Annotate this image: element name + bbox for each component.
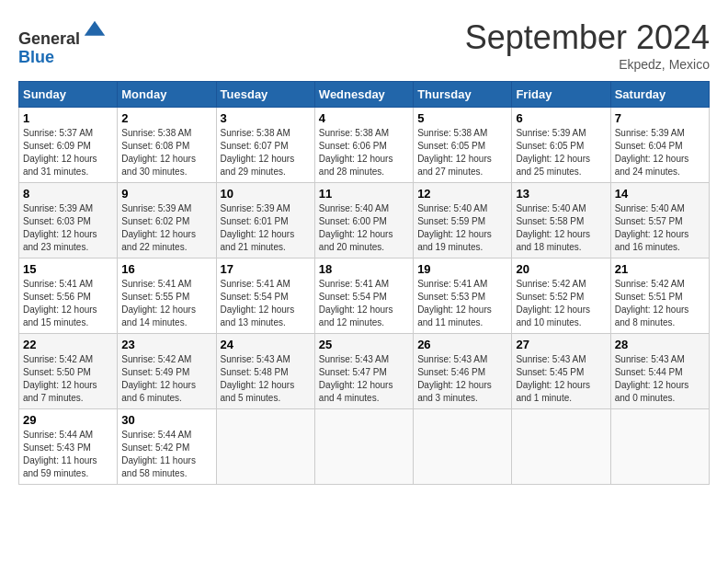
header-wednesday: Wednesday — [314, 82, 413, 108]
calendar-cell: 17Sunrise: 5:41 AMSunset: 5:54 PMDayligh… — [216, 259, 314, 334]
day-info: Sunrise: 5:39 AMSunset: 6:05 PMDaylight:… — [516, 128, 590, 177]
day-info: Sunrise: 5:44 AMSunset: 5:43 PMDaylight:… — [23, 430, 97, 478]
calendar-cell: 26Sunrise: 5:43 AMSunset: 5:46 PMDayligh… — [414, 334, 512, 409]
day-number: 7 — [615, 111, 705, 125]
day-number: 26 — [417, 338, 507, 351]
calendar-cell: 25Sunrise: 5:43 AMSunset: 5:47 PMDayligh… — [314, 334, 413, 409]
calendar-cell: 28Sunrise: 5:43 AMSunset: 5:44 PMDayligh… — [610, 334, 709, 409]
day-info: Sunrise: 5:40 AMSunset: 5:58 PMDaylight:… — [516, 203, 590, 252]
calendar-cell — [414, 409, 512, 485]
day-number: 17 — [221, 262, 311, 276]
calendar-cell: 24Sunrise: 5:43 AMSunset: 5:48 PMDayligh… — [216, 334, 314, 409]
day-number: 20 — [516, 262, 606, 276]
day-number: 27 — [516, 338, 606, 351]
calendar-cell: 3Sunrise: 5:38 AMSunset: 6:07 PMDaylight… — [216, 108, 314, 183]
header-saturday: Saturday — [610, 82, 709, 108]
day-info: Sunrise: 5:43 AMSunset: 5:47 PMDaylight:… — [319, 354, 393, 403]
calendar-cell: 14Sunrise: 5:40 AMSunset: 5:57 PMDayligh… — [610, 183, 709, 259]
day-info: Sunrise: 5:43 AMSunset: 5:46 PMDaylight:… — [417, 354, 492, 403]
calendar-table: SundayMondayTuesdayWednesdayThursdayFrid… — [18, 81, 710, 485]
calendar-cell: 18Sunrise: 5:41 AMSunset: 5:54 PMDayligh… — [314, 259, 413, 334]
calendar-cell: 10Sunrise: 5:39 AMSunset: 6:01 PMDayligh… — [216, 183, 314, 259]
month-title: September 2024 — [465, 18, 710, 57]
day-info: Sunrise: 5:41 AMSunset: 5:56 PMDaylight:… — [23, 279, 97, 327]
day-number: 4 — [319, 111, 409, 125]
calendar-week-row: 22Sunrise: 5:42 AMSunset: 5:50 PMDayligh… — [19, 334, 710, 409]
day-info: Sunrise: 5:39 AMSunset: 6:04 PMDaylight:… — [615, 128, 689, 177]
day-info: Sunrise: 5:41 AMSunset: 5:55 PMDaylight:… — [121, 279, 196, 327]
day-number: 9 — [121, 187, 211, 201]
day-info: Sunrise: 5:44 AMSunset: 5:42 PMDaylight:… — [121, 430, 196, 478]
calendar-cell: 27Sunrise: 5:43 AMSunset: 5:45 PMDayligh… — [512, 334, 610, 409]
day-number: 10 — [221, 187, 311, 201]
day-info: Sunrise: 5:38 AMSunset: 6:06 PMDaylight:… — [319, 128, 393, 177]
day-number: 8 — [23, 187, 113, 201]
day-number: 6 — [516, 111, 606, 125]
logo-icon — [82, 18, 108, 44]
day-number: 22 — [23, 338, 113, 351]
day-number: 16 — [121, 262, 211, 276]
calendar-cell: 30Sunrise: 5:44 AMSunset: 5:42 PMDayligh… — [118, 409, 216, 485]
day-info: Sunrise: 5:39 AMSunset: 6:03 PMDaylight:… — [23, 203, 97, 252]
day-number: 25 — [319, 338, 409, 351]
header-sunday: Sunday — [19, 82, 118, 108]
day-info: Sunrise: 5:42 AMSunset: 5:52 PMDaylight:… — [516, 279, 590, 327]
calendar-cell: 12Sunrise: 5:40 AMSunset: 5:59 PMDayligh… — [414, 183, 512, 259]
day-info: Sunrise: 5:41 AMSunset: 5:53 PMDaylight:… — [417, 279, 492, 327]
calendar-week-row: 8Sunrise: 5:39 AMSunset: 6:03 PMDaylight… — [19, 183, 710, 259]
calendar-cell — [610, 409, 709, 485]
calendar-cell — [512, 409, 610, 485]
header-monday: Monday — [118, 82, 216, 108]
location: Ekpedz, Mexico — [465, 57, 710, 72]
day-info: Sunrise: 5:40 AMSunset: 5:57 PMDaylight:… — [615, 203, 689, 252]
calendar-cell: 16Sunrise: 5:41 AMSunset: 5:55 PMDayligh… — [118, 259, 216, 334]
day-info: Sunrise: 5:43 AMSunset: 5:45 PMDaylight:… — [516, 354, 590, 403]
day-info: Sunrise: 5:39 AMSunset: 6:02 PMDaylight:… — [121, 203, 196, 252]
logo: General Blue — [18, 18, 108, 67]
day-number: 21 — [615, 262, 705, 276]
day-number: 3 — [221, 111, 311, 125]
day-number: 23 — [121, 338, 211, 351]
title-block: September 2024 Ekpedz, Mexico — [465, 18, 710, 72]
calendar-cell: 23Sunrise: 5:42 AMSunset: 5:49 PMDayligh… — [118, 334, 216, 409]
calendar-cell: 6Sunrise: 5:39 AMSunset: 6:05 PMDaylight… — [512, 108, 610, 183]
day-info: Sunrise: 5:40 AMSunset: 5:59 PMDaylight:… — [417, 203, 492, 252]
day-info: Sunrise: 5:38 AMSunset: 6:05 PMDaylight:… — [417, 128, 492, 177]
calendar-cell: 1Sunrise: 5:37 AMSunset: 6:09 PMDaylight… — [19, 108, 118, 183]
calendar-cell: 19Sunrise: 5:41 AMSunset: 5:53 PMDayligh… — [414, 259, 512, 334]
calendar-cell: 20Sunrise: 5:42 AMSunset: 5:52 PMDayligh… — [512, 259, 610, 334]
day-number: 14 — [615, 187, 705, 201]
day-info: Sunrise: 5:38 AMSunset: 6:07 PMDaylight:… — [221, 128, 295, 177]
calendar-week-row: 1Sunrise: 5:37 AMSunset: 6:09 PMDaylight… — [19, 108, 710, 183]
day-info: Sunrise: 5:42 AMSunset: 5:51 PMDaylight:… — [615, 279, 689, 327]
day-number: 12 — [417, 187, 507, 201]
day-info: Sunrise: 5:43 AMSunset: 5:44 PMDaylight:… — [615, 354, 689, 403]
calendar-week-row: 15Sunrise: 5:41 AMSunset: 5:56 PMDayligh… — [19, 259, 710, 334]
day-info: Sunrise: 5:37 AMSunset: 6:09 PMDaylight:… — [23, 128, 97, 177]
day-number: 5 — [417, 111, 507, 125]
day-info: Sunrise: 5:41 AMSunset: 5:54 PMDaylight:… — [221, 279, 295, 327]
calendar-cell: 4Sunrise: 5:38 AMSunset: 6:06 PMDaylight… — [314, 108, 413, 183]
calendar-week-row: 29Sunrise: 5:44 AMSunset: 5:43 PMDayligh… — [19, 409, 710, 485]
day-number: 2 — [121, 111, 211, 125]
day-number: 30 — [121, 413, 211, 427]
day-number: 19 — [417, 262, 507, 276]
header-friday: Friday — [512, 82, 610, 108]
calendar-cell: 15Sunrise: 5:41 AMSunset: 5:56 PMDayligh… — [19, 259, 118, 334]
day-number: 18 — [319, 262, 409, 276]
calendar-cell: 22Sunrise: 5:42 AMSunset: 5:50 PMDayligh… — [19, 334, 118, 409]
day-number: 11 — [319, 187, 409, 201]
day-info: Sunrise: 5:40 AMSunset: 6:00 PMDaylight:… — [319, 203, 393, 252]
day-number: 28 — [615, 338, 705, 351]
day-number: 15 — [23, 262, 113, 276]
svg-marker-0 — [85, 21, 105, 36]
calendar-cell: 5Sunrise: 5:38 AMSunset: 6:05 PMDaylight… — [414, 108, 512, 183]
day-info: Sunrise: 5:39 AMSunset: 6:01 PMDaylight:… — [221, 203, 295, 252]
day-number: 29 — [23, 413, 113, 427]
logo-general: General — [18, 29, 80, 48]
calendar-cell — [216, 409, 314, 485]
page-header: General Blue September 2024 Ekpedz, Mexi… — [18, 18, 710, 72]
day-info: Sunrise: 5:42 AMSunset: 5:50 PMDaylight:… — [23, 354, 97, 403]
day-number: 1 — [23, 111, 113, 125]
calendar-cell: 13Sunrise: 5:40 AMSunset: 5:58 PMDayligh… — [512, 183, 610, 259]
